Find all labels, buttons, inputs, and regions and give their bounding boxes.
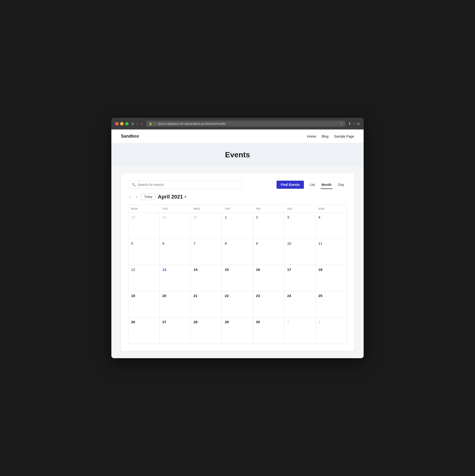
calendar-nav: ‹ › Today April 2021 ▾ bbox=[128, 193, 347, 200]
day-number: 7 bbox=[193, 241, 219, 245]
calendar-cell-w2-d6[interactable]: 10 bbox=[284, 239, 316, 265]
calendar-cell-w5-d7[interactable]: 2 bbox=[316, 318, 347, 344]
day-number: 1 bbox=[287, 320, 312, 324]
nav-home[interactable]: Home bbox=[307, 135, 316, 138]
day-number: 26 bbox=[131, 320, 156, 324]
calendar-header-row: MON TUE WED THU FRI SAT SUN bbox=[128, 205, 347, 213]
day-number: 5 bbox=[131, 241, 156, 245]
day-number: 3 bbox=[287, 215, 312, 219]
calendar-cell-w2-d1[interactable]: 5 bbox=[128, 239, 159, 265]
forward-button[interactable]: › bbox=[140, 121, 143, 126]
day-number: 8 bbox=[225, 241, 250, 245]
calendar-cell-w3-d1[interactable]: 12 bbox=[128, 265, 159, 291]
calendar-cell-w3-d4[interactable]: 15 bbox=[222, 265, 253, 291]
prev-month-button[interactable]: ‹ bbox=[128, 194, 132, 200]
calendar-cell-w5-d6[interactable]: 1 bbox=[284, 318, 316, 344]
site-header: Sandbox Home Blog Sample Page bbox=[111, 130, 364, 143]
calendar-cell-w3-d3[interactable]: 14 bbox=[191, 265, 222, 291]
day-view-button[interactable]: Day bbox=[335, 181, 347, 188]
day-number: 13 bbox=[162, 268, 187, 272]
day-number: 19 bbox=[131, 294, 156, 298]
calendar-cell-w3-d2[interactable]: 13 bbox=[159, 265, 191, 291]
day-number: 22 bbox=[225, 294, 250, 298]
calendar-cell-w1-d4[interactable]: 1 bbox=[222, 213, 253, 239]
maximize-button[interactable] bbox=[125, 122, 129, 125]
calendar-cell-w4-d4[interactable]: 22 bbox=[222, 291, 253, 318]
day-number: 2 bbox=[256, 215, 281, 219]
day-number: 17 bbox=[287, 268, 312, 272]
day-number: 25 bbox=[318, 294, 344, 298]
calendar-week-5: 262728293012 bbox=[128, 318, 347, 344]
reload-icon[interactable]: ↻ bbox=[340, 122, 343, 125]
nav-blog[interactable]: Blog bbox=[322, 135, 328, 138]
month-view-button[interactable]: Month bbox=[319, 181, 334, 188]
col-header-fri: FRI bbox=[253, 205, 284, 213]
search-input[interactable] bbox=[137, 183, 239, 187]
calendar-cell-w4-d3[interactable]: 21 bbox=[191, 291, 222, 318]
day-number: 10 bbox=[287, 241, 312, 245]
calendar-week-2: 567891011 bbox=[128, 239, 347, 265]
close-button[interactable] bbox=[115, 122, 119, 125]
calendar-cell-w4-d1[interactable]: 19 bbox=[128, 291, 159, 318]
day-number: 27 bbox=[162, 320, 187, 324]
day-number: 9 bbox=[256, 241, 281, 245]
col-header-wed: WED bbox=[191, 205, 222, 213]
month-title[interactable]: April 2021 ▾ bbox=[158, 194, 186, 200]
page-content: Sandbox Home Blog Sample Page Events 🔍 bbox=[111, 130, 364, 358]
day-number: 28 bbox=[193, 320, 219, 324]
day-number: 29 bbox=[131, 215, 156, 219]
shield-icon: 🛡 bbox=[154, 122, 157, 125]
calendar-cell-w5-d1[interactable]: 26 bbox=[128, 318, 159, 344]
calendar-cell-w2-d5[interactable]: 9 bbox=[253, 239, 284, 265]
tabs-button[interactable]: ⧉ bbox=[357, 122, 360, 126]
day-number: 20 bbox=[162, 294, 187, 298]
day-number: 11 bbox=[318, 241, 344, 245]
search-box[interactable]: 🔍 bbox=[128, 181, 242, 189]
calendar-container: 🔍 Find Events List Month Day ‹ › Today bbox=[121, 173, 354, 351]
calendar-week-3: 12131415161718 bbox=[128, 265, 347, 291]
calendar-cell-w2-d7[interactable]: 11 bbox=[316, 239, 347, 265]
col-header-sat: SAT bbox=[284, 205, 316, 213]
col-header-thu: THU bbox=[222, 205, 253, 213]
calendar-cell-w1-d2[interactable]: 30 bbox=[159, 213, 191, 239]
calendar-cell-w5-d3[interactable]: 28 bbox=[191, 318, 222, 344]
browser-chrome: ⊞ ‹ › 🔒 🛡 dizzy-capybara.w5.wpsandbox.pr… bbox=[111, 118, 364, 130]
today-button[interactable]: Today bbox=[141, 193, 156, 200]
list-view-button[interactable]: List bbox=[307, 181, 318, 188]
calendar-cell-w1-d1[interactable]: 29 bbox=[128, 213, 159, 239]
calendar-cell-w1-d3[interactable]: 31 bbox=[191, 213, 222, 239]
calendar-cell-w2-d3[interactable]: 7 bbox=[191, 239, 222, 265]
calendar-cell-w1-d5[interactable]: 2 bbox=[253, 213, 284, 239]
calendar-cell-w5-d4[interactable]: 29 bbox=[222, 318, 253, 344]
back-button[interactable]: ‹ bbox=[136, 121, 139, 126]
calendar-cell-w4-d6[interactable]: 24 bbox=[284, 291, 316, 318]
calendar-cell-w3-d5[interactable]: 16 bbox=[253, 265, 284, 291]
share-button[interactable]: ⬆ bbox=[348, 122, 351, 126]
calendar-cell-w2-d2[interactable]: 6 bbox=[159, 239, 191, 265]
day-number: 24 bbox=[287, 294, 312, 298]
calendar-cell-w2-d4[interactable]: 8 bbox=[222, 239, 253, 265]
address-bar[interactable]: 🔒 🛡 dizzy-capybara.w5.wpsandbox.pro/even… bbox=[146, 121, 346, 127]
calendar-cell-w5-d5[interactable]: 30 bbox=[253, 318, 284, 344]
add-bookmark-button[interactable]: + bbox=[353, 122, 355, 126]
main-content: 🔍 Find Events List Month Day ‹ › Today bbox=[111, 166, 364, 358]
calendar-cell-w4-d7[interactable]: 25 bbox=[316, 291, 347, 318]
col-header-tue: TUE bbox=[159, 205, 191, 213]
calendar-cell-w1-d7[interactable]: 4 bbox=[316, 213, 347, 239]
next-month-button[interactable]: › bbox=[135, 194, 138, 200]
minimize-button[interactable] bbox=[120, 122, 123, 125]
sidebar-toggle-button[interactable]: ⊞ bbox=[131, 122, 134, 126]
day-number: 4 bbox=[318, 215, 344, 219]
nav-sample-page[interactable]: Sample Page bbox=[334, 135, 354, 138]
toolbar-right: Find Events List Month Day bbox=[276, 181, 347, 189]
site-nav: Home Blog Sample Page bbox=[307, 135, 354, 138]
calendar-cell-w5-d2[interactable]: 27 bbox=[159, 318, 191, 344]
day-number: 16 bbox=[256, 268, 281, 272]
calendar-cell-w3-d7[interactable]: 18 bbox=[316, 265, 347, 291]
calendar-cell-w4-d5[interactable]: 23 bbox=[253, 291, 284, 318]
site-logo: Sandbox bbox=[121, 134, 139, 139]
calendar-cell-w3-d6[interactable]: 17 bbox=[284, 265, 316, 291]
calendar-cell-w1-d6[interactable]: 3 bbox=[284, 213, 316, 239]
find-events-button[interactable]: Find Events bbox=[276, 181, 304, 189]
calendar-cell-w4-d2[interactable]: 20 bbox=[159, 291, 191, 318]
